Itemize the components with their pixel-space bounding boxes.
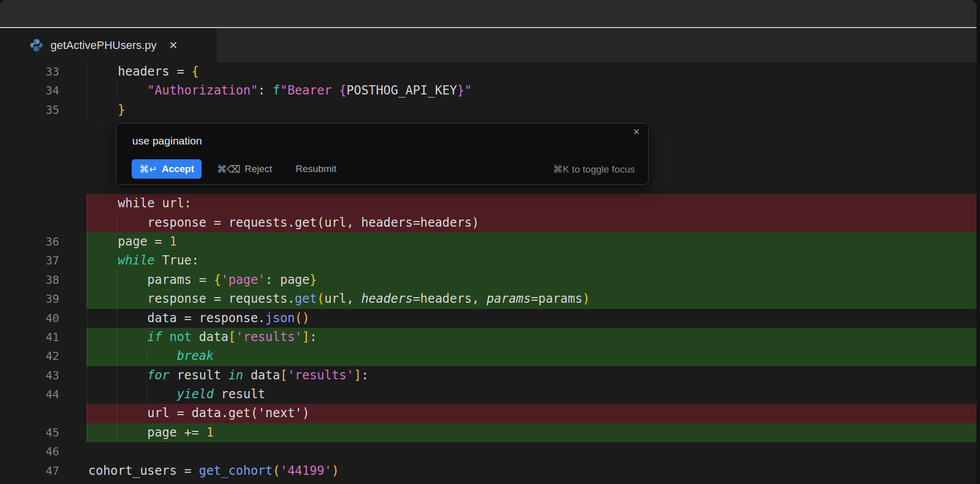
code-line-content: if not data['results']: xyxy=(86,328,976,347)
line-number: 40 xyxy=(0,309,86,328)
code-line-content: page += 1 xyxy=(86,423,976,442)
line-number: 41 xyxy=(0,328,86,347)
code-line[interactable]: 37while True: xyxy=(0,251,976,270)
reject-button[interactable]: ⌘⌫ Reject xyxy=(217,163,272,175)
tab-title: getActivePHUsers.py xyxy=(51,39,157,52)
code-line-content: cohort_users = get_cohort('44199') xyxy=(86,462,976,480)
indent-guide xyxy=(117,404,117,423)
code-line[interactable]: 39response = requests.get(url, headers=h… xyxy=(0,289,976,308)
indent-guide xyxy=(87,366,88,385)
reject-label: Reject xyxy=(244,163,272,175)
code-line-content xyxy=(86,442,976,461)
line-number: 35 xyxy=(0,101,86,119)
code-line-content: params = {'page': page} xyxy=(86,271,976,289)
window-titlebar xyxy=(0,0,976,27)
line-number xyxy=(0,194,86,213)
indent-guide xyxy=(87,232,88,251)
line-number: 38 xyxy=(0,271,86,289)
code-line-content: yield result xyxy=(86,385,976,404)
indent-guide xyxy=(117,309,117,328)
indent-guide xyxy=(87,62,88,81)
code-line[interactable]: 40data = response.json() xyxy=(0,309,976,328)
code-line-content: break xyxy=(86,347,976,366)
code-line-content: for result in data['results']: xyxy=(86,366,976,385)
code-line-content: "Authorization": f"Bearer {POSTHOG_API_K… xyxy=(86,81,976,100)
line-number: 39 xyxy=(0,289,86,308)
line-number xyxy=(0,213,86,232)
code-line[interactable]: response = requests.get(url, headers=hea… xyxy=(0,213,976,232)
tab-bar: getActivePHUsers.py ✕ xyxy=(0,28,976,62)
tab-getactivephusers[interactable]: getActivePHUsers.py ✕ xyxy=(0,28,217,62)
line-number: 47 xyxy=(0,462,86,480)
code-line-content: page = 1 xyxy=(86,232,976,251)
code-line[interactable]: 36page = 1 xyxy=(0,232,976,251)
line-number: 45 xyxy=(0,423,86,442)
indent-guide xyxy=(87,194,88,213)
line-number: 43 xyxy=(0,366,86,385)
code-line-content: while True: xyxy=(86,251,976,270)
indent-guide xyxy=(87,385,88,404)
code-line[interactable]: 43for result in data['results']: xyxy=(0,366,976,385)
code-line-content: while url: xyxy=(86,194,976,213)
indent-guide xyxy=(117,385,117,404)
indent-guide xyxy=(117,81,117,100)
indent-guide xyxy=(87,423,88,442)
code-line[interactable]: 35} xyxy=(0,101,976,119)
code-line[interactable]: 44yield result xyxy=(0,385,976,404)
accept-shortcut-icon: ⌘↵ xyxy=(139,163,157,175)
indent-guide xyxy=(117,213,117,232)
code-line-content: } xyxy=(86,101,976,119)
line-number: 36 xyxy=(0,232,86,251)
code-line[interactable]: 47cohort_users = get_cohort('44199') xyxy=(0,462,976,480)
indent-guide xyxy=(87,81,88,100)
code-line-content: headers = { xyxy=(86,62,976,81)
indent-guide xyxy=(117,289,117,308)
resubmit-label: Resubmit xyxy=(296,163,336,175)
indent-guide xyxy=(87,309,88,328)
line-number: 46 xyxy=(0,442,86,461)
indent-guide xyxy=(87,289,88,308)
code-line[interactable]: 42break xyxy=(0,347,976,366)
code-line-content: data = response.json() xyxy=(86,309,976,328)
code-line[interactable]: 45page += 1 xyxy=(0,423,976,442)
line-number: 44 xyxy=(0,385,86,404)
line-number: 37 xyxy=(0,251,86,270)
indent-guide xyxy=(117,366,117,385)
code-line[interactable]: url = data.get('next') xyxy=(0,404,976,423)
prompt-actions: ⌘↵ Accept ⌘⌫ Reject Resubmit ⌘K to toggl… xyxy=(132,159,635,179)
indent-guide xyxy=(87,328,88,347)
reject-shortcut-icon: ⌘⌫ xyxy=(217,163,240,175)
code-line[interactable]: 38params = {'page': page} xyxy=(0,271,976,289)
line-number: 42 xyxy=(0,347,86,366)
indent-guide xyxy=(87,404,88,423)
code-line-content: url = data.get('next') xyxy=(86,404,976,423)
prompt-input[interactable]: use pagination xyxy=(132,135,202,147)
prompt-close-icon[interactable]: ✕ xyxy=(633,128,640,136)
code-line[interactable]: 46 xyxy=(0,442,976,461)
code-line-content: response = requests.get(url, headers=hea… xyxy=(86,289,976,308)
inline-ai-prompt-widget: ✕ use pagination ⌘↵ Accept ⌘⌫ Reject Res… xyxy=(116,123,649,185)
indent-guide xyxy=(146,385,147,404)
accept-button[interactable]: ⌘↵ Accept xyxy=(132,159,202,179)
toggle-focus-hint: ⌘K to toggle focus xyxy=(553,163,635,175)
code-line[interactable]: 34"Authorization": f"Bearer {POSTHOG_API… xyxy=(0,81,976,100)
indent-guide xyxy=(87,347,88,366)
indent-guide xyxy=(146,347,147,366)
indent-guide xyxy=(87,251,88,270)
indent-guide xyxy=(117,328,117,347)
resubmit-button[interactable]: Resubmit xyxy=(296,163,336,175)
code-line-content: response = requests.get(url, headers=hea… xyxy=(86,213,976,232)
indent-guide xyxy=(87,213,88,232)
code-line[interactable]: 41if not data['results']: xyxy=(0,328,976,347)
python-file-icon xyxy=(30,38,43,52)
code-line[interactable]: while url: xyxy=(0,194,976,213)
line-number: 33 xyxy=(0,62,86,81)
indent-guide xyxy=(87,271,88,289)
tab-close-icon[interactable]: ✕ xyxy=(169,40,178,51)
line-number xyxy=(0,404,86,423)
accept-label: Accept xyxy=(162,163,194,175)
indent-guide xyxy=(117,423,117,442)
indent-guide xyxy=(87,101,88,119)
indent-guide xyxy=(117,347,117,366)
code-line[interactable]: 33headers = { xyxy=(0,62,976,81)
